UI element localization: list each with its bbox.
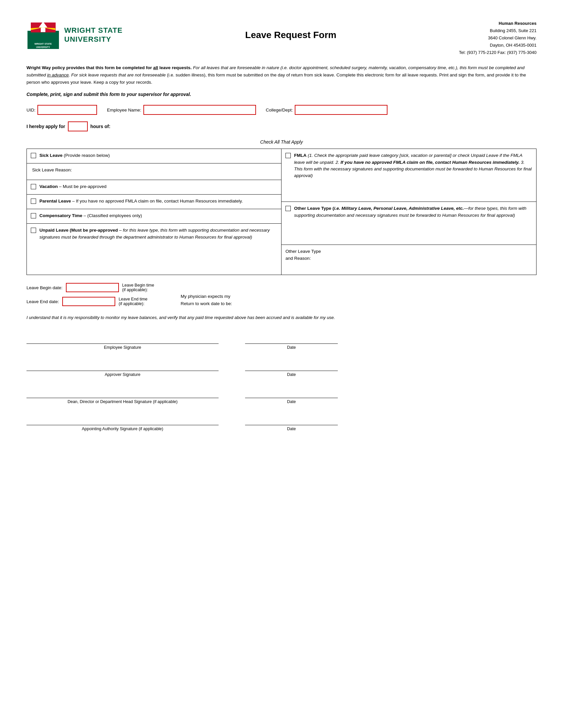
unpaid-leave-checkbox[interactable] bbox=[31, 228, 36, 233]
parental-leave-checkbox[interactable] bbox=[31, 199, 36, 204]
employee-name-label: Employee Name: bbox=[107, 108, 141, 113]
begin-time-label-line1: Leave Begin time bbox=[122, 283, 154, 288]
signature-section: Employee Signature Date Approver Signatu… bbox=[26, 335, 537, 431]
hr-contact: Tel: (937) 775-2120 Fax: (937) 775-3040 bbox=[459, 49, 537, 56]
policy-text: Wright Way policy provides that this for… bbox=[26, 64, 537, 86]
approver-date-line bbox=[245, 362, 338, 371]
uid-field-group: UID: bbox=[26, 105, 97, 115]
form-title-area: Leave Request Form bbox=[122, 20, 459, 40]
appointing-date-label: Date bbox=[287, 427, 296, 431]
vacation-checkbox[interactable] bbox=[31, 184, 36, 189]
employee-sig-line bbox=[26, 335, 218, 344]
other-leave-item: Other Leave Type (i.e. Military Leave, P… bbox=[282, 202, 536, 245]
leave-col-left: Sick Leave (Provide reason below) Sick L… bbox=[27, 149, 282, 275]
college-dept-field-group: College/Dept: bbox=[266, 105, 388, 115]
physician-note-area: My physician expects myReturn to work da… bbox=[180, 283, 232, 307]
other-leave-bold: Other Leave Type (i.e. Military Leave, P… bbox=[294, 206, 464, 211]
university-name-text: WRIGHT STATE UNIVERSITY bbox=[64, 26, 122, 44]
college-dept-input[interactable] bbox=[295, 105, 388, 115]
comp-time-checkbox[interactable] bbox=[31, 213, 36, 218]
employee-date-block: Date bbox=[245, 335, 338, 350]
fmla-item: FMLA (1. Check the appropriate paid leav… bbox=[282, 149, 536, 202]
other-leave-checkbox[interactable] bbox=[286, 206, 291, 211]
employee-date-line bbox=[245, 335, 338, 344]
dean-sig-block: Dean, Director or Department Head Signat… bbox=[26, 389, 218, 404]
dean-date-line bbox=[245, 389, 338, 398]
parental-leave-item: Parental Leave – If you have no approved… bbox=[27, 195, 281, 209]
sick-leave-item: Sick Leave (Provide reason below) bbox=[27, 149, 281, 163]
sick-leave-text: Sick Leave (Provide reason below) bbox=[39, 152, 110, 159]
vacation-bold: Vacation bbox=[39, 184, 58, 189]
appointing-date-block: Date bbox=[245, 416, 338, 431]
dean-date-block: Date bbox=[245, 389, 338, 404]
uid-input[interactable] bbox=[37, 105, 97, 115]
sig-row-0: Employee Signature Date bbox=[26, 335, 537, 350]
sig-row-2: Dean, Director or Department Head Signat… bbox=[26, 389, 537, 404]
comp-time-text: Compensatory Time – (Classified employee… bbox=[39, 212, 142, 219]
complete-instruction: Complete, print, sign and submit this fo… bbox=[26, 92, 537, 97]
begin-date-input[interactable] bbox=[66, 283, 119, 292]
approver-date-block: Date bbox=[245, 362, 338, 377]
hours-input[interactable] bbox=[68, 121, 88, 131]
employee-name-field-group: Employee Name: bbox=[107, 105, 256, 115]
dean-sig-label: Dean, Director or Department Head Signat… bbox=[68, 399, 177, 404]
appointing-sig-label: Appointing Authority Signature (if appli… bbox=[82, 427, 163, 431]
begin-date-row: Leave Begin date: Leave Begin time (if a… bbox=[26, 283, 154, 292]
form-title: Leave Request Form bbox=[122, 30, 459, 40]
sick-leave-checkbox[interactable] bbox=[31, 153, 36, 158]
appointing-date-line bbox=[245, 416, 338, 425]
unpaid-leave-bold: Unpaid Leave (Must be pre-approved bbox=[39, 228, 118, 233]
policy-italic2: . For sick leave requests that are not f… bbox=[69, 72, 166, 77]
physician-note: My physician expects myReturn to work da… bbox=[180, 293, 232, 307]
check-all-label: Check All That Apply bbox=[26, 139, 537, 145]
comp-time-item: Compensatory Time – (Classified employee… bbox=[27, 209, 281, 224]
employee-name-input[interactable] bbox=[143, 105, 256, 115]
comp-time-bold: Compensatory Time bbox=[39, 213, 82, 218]
approver-date-label: Date bbox=[287, 372, 296, 377]
parental-leave-bold: Parental Leave bbox=[39, 199, 71, 204]
vacation-text: Vacation – Must be pre-approved bbox=[39, 183, 107, 190]
end-time-label-line1: Leave End time bbox=[118, 297, 147, 301]
appointing-sig-block: Appointing Authority Signature (if appli… bbox=[26, 416, 218, 431]
hr-label: Human Resources bbox=[459, 20, 537, 27]
university-name-line1: WRIGHT STATE bbox=[64, 26, 122, 35]
vacation-item: Vacation – Must be pre-approved bbox=[27, 180, 281, 195]
university-name-line2: UNIVERSITY bbox=[64, 35, 122, 44]
hr-building: Building 2455, Suite 221 bbox=[459, 27, 537, 34]
employee-sig-block: Employee Signature bbox=[26, 335, 218, 350]
begin-time-label: Leave Begin time (if applicable): bbox=[122, 283, 154, 292]
approver-sig-block: Approver Signature bbox=[26, 362, 218, 377]
sick-reason-label: Sick Leave Reason: bbox=[32, 167, 72, 173]
svg-text:WRIGHT STATE: WRIGHT STATE bbox=[34, 43, 52, 45]
disclaimer-text: I understand that it is my responsibilit… bbox=[26, 314, 537, 321]
uid-label: UID: bbox=[26, 108, 35, 113]
hr-city: Dayton, OH 45435-0001 bbox=[459, 42, 537, 49]
approver-sig-label: Approver Signature bbox=[105, 372, 140, 377]
end-time-label: Leave End time (if applicable): bbox=[118, 297, 147, 306]
end-date-label: Leave End date: bbox=[26, 299, 59, 304]
policy-in-advance: in advance bbox=[47, 72, 69, 77]
logo-area: WRIGHT STATE UNIVERSITY WRIGHT STATE UNI… bbox=[26, 20, 122, 50]
leave-col-right: FMLA (1. Check the appropriate paid leav… bbox=[282, 149, 536, 275]
other-leave-reason-item: Other Leave Typeand Reason: bbox=[282, 245, 536, 275]
appointing-sig-line bbox=[26, 416, 218, 425]
hr-contact-info: Human Resources Building 2455, Suite 221… bbox=[459, 20, 537, 56]
end-date-row: Leave End date: Leave End time (if appli… bbox=[26, 297, 154, 306]
sick-reason-item: Sick Leave Reason: bbox=[27, 163, 281, 180]
begin-time-label-line2: (if applicable): bbox=[122, 288, 154, 292]
dean-date-label: Date bbox=[287, 399, 296, 404]
sig-row-3: Appointing Authority Signature (if appli… bbox=[26, 416, 537, 431]
begin-date-label: Leave Begin date: bbox=[26, 285, 63, 290]
policy-all-underline: all bbox=[153, 65, 158, 70]
hr-address: 3640 Colonel Glenn Hwy. bbox=[459, 34, 537, 42]
approver-sig-line bbox=[26, 362, 218, 371]
date-section: Leave Begin date: Leave Begin time (if a… bbox=[26, 283, 537, 307]
policy-bold-start: Wright Way policy provides that this for… bbox=[26, 65, 153, 70]
end-date-input[interactable] bbox=[62, 297, 115, 306]
unpaid-leave-item: Unpaid Leave (Must be pre-approved – for… bbox=[27, 224, 281, 257]
hours-prefix: I hereby apply for bbox=[26, 124, 65, 129]
employee-sig-label: Employee Signature bbox=[104, 345, 141, 350]
end-time-label-line2: (if applicable): bbox=[118, 301, 147, 306]
fmla-checkbox[interactable] bbox=[286, 153, 291, 158]
date-column: Leave Begin date: Leave Begin time (if a… bbox=[26, 283, 154, 306]
